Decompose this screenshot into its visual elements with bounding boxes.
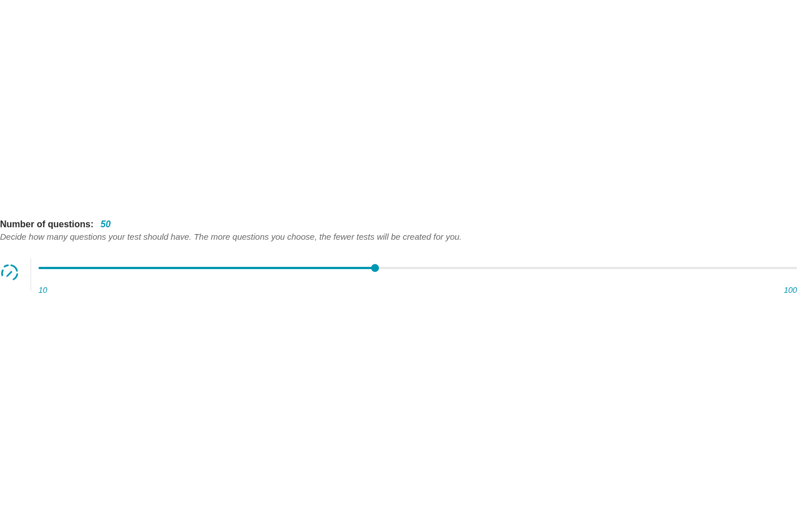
vertical-divider bbox=[31, 258, 31, 291]
edit-gauge-icon bbox=[0, 263, 19, 282]
slider-track-fill bbox=[38, 267, 375, 269]
questions-description: Decide how many questions your test shou… bbox=[0, 232, 797, 241]
questions-title-label: Number of questions: bbox=[0, 219, 93, 229]
questions-current-value: 50 bbox=[101, 219, 111, 229]
questions-slider[interactable] bbox=[38, 264, 797, 272]
slider-max-label: 100 bbox=[784, 286, 797, 295]
slider-thumb[interactable] bbox=[371, 264, 379, 272]
slider-min-label: 10 bbox=[38, 286, 48, 295]
